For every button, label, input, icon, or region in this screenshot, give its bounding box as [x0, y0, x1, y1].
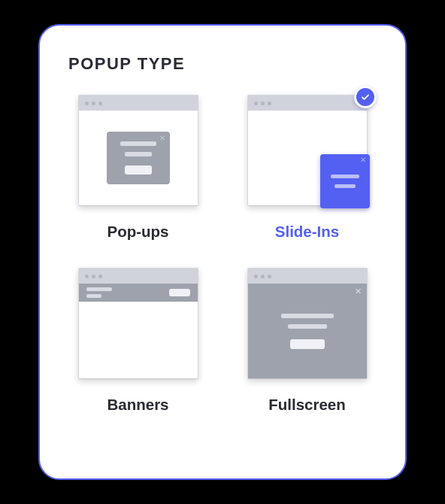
browser-body: ✕: [79, 111, 198, 205]
option-fullscreen[interactable]: ✕: [247, 268, 368, 379]
window-dot-icon: [261, 102, 265, 105]
text-line-icon: [86, 287, 112, 291]
browser-body: ✕: [248, 284, 367, 378]
option-grid: ✕ Pop-ups: [68, 95, 377, 427]
text-line-icon: [120, 141, 156, 146]
popup-type-panel: POPUP TYPE ✕: [38, 24, 407, 480]
text-line-icon: [331, 175, 359, 178]
text-line-icon: [288, 324, 327, 329]
browser-frame: [78, 268, 198, 379]
browser-body: [79, 284, 198, 378]
option-banners[interactable]: [78, 268, 198, 379]
window-dot-icon: [254, 275, 258, 278]
slidein-panel-icon: ✕: [320, 154, 370, 208]
close-icon: ✕: [355, 287, 362, 296]
window-dot-icon: [261, 275, 265, 278]
panel-title: POPUP TYPE: [68, 54, 377, 74]
window-dot-icon: [92, 275, 95, 278]
fullscreen-overlay-icon: ✕: [248, 284, 367, 378]
option-label: Fullscreen: [268, 396, 346, 414]
option-label: Banners: [107, 396, 168, 414]
option-cell-popups: ✕ Pop-ups: [78, 95, 198, 254]
option-cell-slideins: ✕ Slide-Ins: [247, 95, 368, 254]
window-dot-icon: [85, 275, 89, 278]
browser-frame: ✕: [78, 95, 198, 206]
browser-titlebar: [79, 96, 198, 111]
browser-frame: ✕: [247, 268, 368, 379]
text-line-icon: [125, 152, 152, 156]
close-icon: ✕: [159, 135, 165, 142]
banner-bar-icon: [79, 284, 198, 302]
button-pill-icon: [125, 165, 152, 175]
window-dot-icon: [98, 275, 102, 278]
window-dot-icon: [268, 275, 271, 278]
browser-body: ✕: [248, 111, 367, 205]
browser-frame: ✕: [247, 95, 368, 206]
check-icon: [360, 92, 371, 102]
text-line-icon: [281, 314, 334, 318]
option-label: Slide-Ins: [275, 223, 339, 241]
text-line-icon: [335, 184, 356, 188]
browser-titlebar: [248, 96, 367, 111]
option-cell-banners: Banners: [78, 268, 198, 427]
browser-titlebar: [248, 269, 367, 284]
button-pill-icon: [169, 289, 190, 296]
window-dot-icon: [92, 102, 95, 105]
option-cell-fullscreen: ✕ Fullscreen: [247, 268, 368, 427]
text-lines-icon: [86, 287, 112, 298]
option-popups[interactable]: ✕: [78, 95, 198, 206]
window-dot-icon: [268, 102, 271, 105]
selected-badge: [354, 86, 377, 108]
close-icon: ✕: [360, 156, 366, 164]
window-dot-icon: [254, 102, 258, 105]
window-dot-icon: [85, 102, 89, 105]
browser-titlebar: [79, 269, 198, 284]
popup-modal-icon: ✕: [107, 132, 170, 184]
option-label: Pop-ups: [107, 223, 169, 241]
window-dot-icon: [98, 102, 102, 105]
option-slideins[interactable]: ✕: [247, 95, 368, 206]
button-pill-icon: [290, 339, 325, 349]
text-line-icon: [86, 294, 101, 298]
